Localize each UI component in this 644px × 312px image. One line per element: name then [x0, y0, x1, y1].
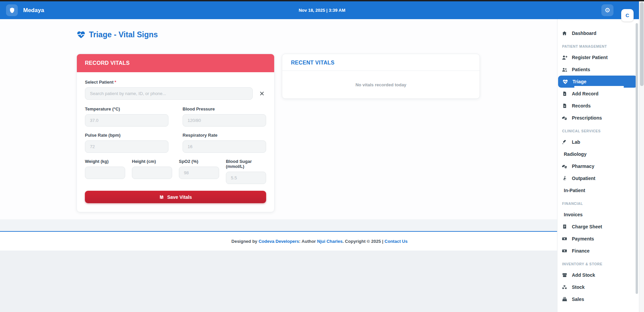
save-vitals-label: Save Vitals: [167, 194, 192, 200]
vitals-row-1: Temperature (°C) Blood Pressure: [85, 106, 266, 127]
required-asterisk: *: [114, 80, 116, 85]
save-vitals-button[interactable]: Save Vitals: [85, 191, 266, 203]
footer-prefix: Designed by: [232, 239, 259, 244]
height-field: Height (cm): [132, 159, 172, 184]
sidebar-item-sales[interactable]: Sales: [557, 293, 639, 305]
vitals-row-3: Weight (kg) Height (cm) SpO2 (%) Blood S…: [85, 159, 266, 184]
save-icon: [159, 194, 164, 199]
sidebar-item-dashboard[interactable]: Dashboard: [557, 27, 639, 39]
pulse-rate-label: Pulse Rate (bpm): [85, 133, 168, 138]
users-icon: [561, 67, 567, 73]
sidebar-item-payments[interactable]: Payments: [557, 233, 639, 245]
temperature-input[interactable]: [85, 114, 168, 127]
select-patient-label: Select Patient*: [85, 80, 266, 85]
weight-input[interactable]: [85, 167, 125, 179]
spo2-input[interactable]: [179, 167, 219, 179]
blood-sugar-field: Blood Sugar (mmol/L): [226, 159, 266, 184]
pills-icon: [561, 115, 567, 121]
cash-register-icon: [561, 297, 567, 302]
money-bill-icon: [561, 236, 567, 241]
sidebar-item-lab[interactable]: Lab: [557, 136, 639, 148]
author-link[interactable]: Njui Charles: [317, 239, 343, 244]
sidebar: Dashboard PATIENT MANAGEMENT Register Pa…: [557, 19, 639, 312]
user-plus-icon: [561, 55, 567, 60]
weight-field: Weight (kg): [85, 159, 125, 184]
record-vitals-header: RECORD VITALS: [77, 54, 274, 72]
file-plus-icon: [561, 91, 567, 96]
page-scrollbar[interactable]: [639, 1, 644, 312]
sidebar-item-charge-sheet[interactable]: Charge Sheet: [557, 221, 639, 233]
vial-icon: [561, 139, 567, 145]
gear-icon: ⚙: [604, 7, 610, 13]
vitals-row-2: Pulse Rate (bpm) Respiratory Rate: [85, 133, 266, 153]
recent-vitals-card: RECENT VITALS No vitals recorded today: [282, 54, 480, 99]
temperature-label: Temperature (°C): [85, 106, 168, 112]
sidebar-item-prescriptions[interactable]: Prescriptions: [557, 112, 639, 124]
sidebar-scrollbar-thumb[interactable]: [636, 23, 638, 294]
cubes-icon: [561, 284, 567, 290]
pulse-rate-input[interactable]: [85, 140, 168, 153]
spo2-field: SpO2 (%): [179, 159, 219, 184]
blood-sugar-label: Blood Sugar (mmol/L): [226, 159, 266, 169]
receipt-icon: [561, 224, 567, 229]
datetime-display: Nov 18, 2025 | 3:39 AM: [0, 1, 644, 19]
money-bill-icon: [561, 248, 567, 254]
contact-us-link[interactable]: Contact Us: [385, 239, 408, 244]
record-vitals-form: Select Patient* Temperature (°C) Blood P…: [77, 72, 274, 212]
record-vitals-card: RECORD VITALS Select Patient* Temperatur…: [77, 54, 275, 212]
recent-vitals-empty-state: No vitals recorded today: [282, 71, 480, 98]
sidebar-item-outpatient[interactable]: Outpatient: [557, 172, 639, 184]
content-footer-gap: [0, 219, 639, 231]
height-label: Height (cm): [132, 159, 172, 164]
medaya-app: Medaya Nov 18, 2025 | 3:39 AM ⚙ C Design…: [0, 0, 644, 312]
app-title: Medaya: [23, 7, 44, 14]
home-icon: [561, 31, 567, 36]
user-avatar[interactable]: C: [621, 9, 634, 21]
sidebar-item-radiology[interactable]: Radiology: [557, 148, 639, 160]
brand-home-link[interactable]: Medaya: [6, 4, 44, 16]
respiratory-rate-input[interactable]: [183, 140, 266, 153]
page-scrollbar-thumb[interactable]: [640, 2, 644, 86]
page-title: Triage - Vital Signs: [77, 30, 158, 39]
pills-icon: [561, 164, 567, 169]
sidebar-item-add-stock[interactable]: Add Stock: [557, 269, 639, 281]
recent-vitals-header: RECENT VITALS: [282, 54, 480, 71]
sidebar-section-patient-management: PATIENT MANAGEMENT: [557, 39, 639, 51]
blood-pressure-label: Blood Pressure: [183, 106, 266, 112]
sidebar-item-records[interactable]: Records: [557, 100, 639, 112]
page-title-text: Triage - Vital Signs: [89, 30, 158, 39]
heart-pulse-icon: [77, 30, 86, 39]
close-icon: [259, 91, 264, 96]
respiratory-rate-field: Respiratory Rate: [183, 133, 266, 153]
footer-mid1: : Author: [299, 239, 317, 244]
box-icon: [561, 272, 567, 278]
blood-pressure-input[interactable]: [183, 114, 266, 127]
sidebar-item-pharmacy[interactable]: Pharmacy: [557, 160, 639, 172]
sidebar-item-register-patient[interactable]: Register Patient: [557, 51, 639, 63]
sidebar-section-clinical-services: CLINICAL SERVICES: [557, 124, 639, 136]
height-input[interactable]: [132, 167, 172, 179]
temperature-field: Temperature (°C): [85, 106, 168, 127]
topbar: Medaya Nov 18, 2025 | 3:39 AM ⚙: [0, 1, 644, 19]
settings-button[interactable]: ⚙: [601, 4, 613, 16]
sidebar-item-stock[interactable]: Stock: [557, 281, 639, 293]
patient-search-row: [85, 87, 266, 100]
footer: Designed by Codeva Developers: Author Nj…: [0, 232, 639, 251]
sidebar-item-finance[interactable]: Finance: [557, 245, 639, 257]
sidebar-section-financial: FINANCIAL: [557, 196, 639, 209]
clear-search-button[interactable]: [258, 90, 265, 97]
sidebar-item-triage[interactable]: Triage: [558, 76, 637, 88]
spo2-label: SpO2 (%): [179, 159, 219, 164]
heart-pulse-icon: [562, 79, 568, 85]
sidebar-item-in-patient[interactable]: In-Patient: [557, 184, 639, 196]
sidebar-item-add-record[interactable]: Add Record: [557, 88, 639, 100]
file-icon: [561, 103, 567, 108]
person-walking-icon: [561, 176, 567, 181]
patient-search-input[interactable]: [85, 87, 253, 100]
blood-sugar-input[interactable]: [226, 172, 266, 184]
sidebar-item-invoices[interactable]: Invoices: [557, 209, 639, 221]
footer-credits: Designed by Codeva Developers: Author Nj…: [232, 239, 408, 244]
top-strip: [0, 0, 644, 1]
sidebar-item-patients[interactable]: Patients: [557, 63, 639, 76]
codeva-developers-link[interactable]: Codeva Developers: [258, 239, 299, 244]
